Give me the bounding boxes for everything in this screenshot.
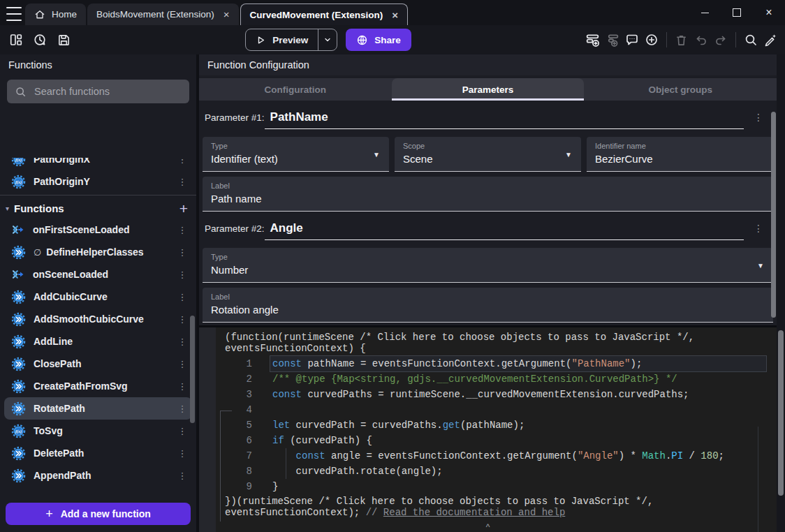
search-input[interactable]: [33, 85, 182, 98]
parameter-name-input[interactable]: Angle: [265, 221, 744, 240]
project-manager-icon[interactable]: [7, 31, 25, 49]
tab-home[interactable]: Home: [25, 3, 86, 25]
label-field[interactable]: LabelPath name: [203, 177, 773, 212]
identifier-name-field[interactable]: Identifier nameBezierCurve: [587, 137, 773, 172]
kebab-menu-icon[interactable]: ⋮: [177, 292, 188, 302]
collapse-editor-handle[interactable]: ^: [199, 524, 777, 531]
function-item-tosvg[interactable]: f(x)ToSvg⋮: [4, 420, 192, 442]
panel-title: Functions: [0, 54, 196, 75]
kebab-menu-icon[interactable]: ⋮: [177, 177, 188, 187]
share-button[interactable]: Share: [346, 29, 411, 51]
save-icon[interactable]: [54, 31, 73, 49]
tab-parameters[interactable]: Parameters: [392, 78, 585, 101]
add-function-button[interactable]: + Add a new function: [6, 503, 191, 525]
function-item-onsceneloaded[interactable]: onSceneLoaded⋮: [4, 263, 192, 286]
action-function-icon: [11, 379, 26, 394]
code-line-4[interactable]: 4: [216, 402, 777, 418]
tab-boidsmovement-extension[interactable]: BoidsMovement (Extension)×: [87, 3, 239, 25]
function-configuration-panel: Function Configuration ConfigurationPara…: [199, 54, 777, 532]
kebab-menu-icon[interactable]: ⋮: [177, 225, 188, 235]
code-line-7[interactable]: 7 const angle = eventsFunctionContext.ge…: [216, 448, 777, 464]
menu-icon[interactable]: [6, 6, 22, 22]
add-function-plus-icon[interactable]: +: [179, 201, 188, 216]
tab-object-groups[interactable]: Object groups: [584, 78, 777, 101]
function-item-addcubiccurve[interactable]: AddCubicCurve⋮: [4, 286, 192, 308]
divider: [735, 32, 736, 47]
tab-label: Home: [52, 9, 77, 20]
function-item-rotatepath[interactable]: RotatePath⋮: [4, 397, 192, 420]
functions-list: f(x)PathOriginX⋮f(x)PathOriginY⋮▾Functio…: [0, 158, 196, 487]
search-icon[interactable]: [742, 31, 760, 49]
function-item-addline[interactable]: AddLine⋮: [4, 330, 192, 353]
code-line-8[interactable]: 8 curvedPath.rotate(angle);: [216, 464, 777, 479]
function-item-closepath[interactable]: ClosePath⋮: [4, 353, 192, 375]
code-line-3[interactable]: 3const curvedPaths = runtimeScene.__curv…: [216, 387, 777, 402]
add-event-icon[interactable]: [584, 31, 602, 49]
kebab-menu-icon[interactable]: ⋮: [177, 314, 188, 325]
kebab-menu-icon[interactable]: ⋮: [177, 381, 188, 392]
documentation-link[interactable]: Read the documentation and help: [383, 507, 565, 518]
code-token: "PathName": [571, 358, 630, 369]
close-button[interactable]: ×: [753, 0, 785, 25]
parameter-name-input[interactable]: PathName: [265, 110, 744, 129]
preview-dropdown-button[interactable]: [318, 29, 337, 50]
maximize-button[interactable]: [721, 0, 753, 25]
minimize-button[interactable]: [689, 0, 721, 25]
function-item-appendpath[interactable]: AppendPath⋮: [4, 464, 192, 487]
function-item-onfirstsceneloaded[interactable]: onFirstSceneLoaded⋮: [4, 219, 192, 241]
field-label: Type: [211, 142, 381, 150]
code-editor-scrollbar[interactable]: [778, 330, 784, 496]
label-field[interactable]: LabelRotation angle: [203, 288, 773, 323]
scope-dropdown[interactable]: ScopeScene▼: [395, 137, 581, 172]
function-item-addsmoothcubiccurve[interactable]: AddSmoothCubicCurve⋮: [4, 308, 192, 330]
function-item-pathoriginx[interactable]: f(x)PathOriginX⋮: [4, 158, 192, 170]
code-editor-body[interactable]: (function(runtimeScene /* Click here to …: [216, 327, 777, 532]
close-tab-icon[interactable]: ×: [392, 10, 398, 20]
kebab-menu-icon[interactable]: ⋮: [177, 337, 188, 347]
kebab-menu-icon[interactable]: ⋮: [744, 223, 773, 234]
line-number: 7: [216, 448, 252, 464]
close-tab-icon[interactable]: ×: [223, 9, 230, 20]
action-function-icon: [11, 290, 26, 304]
panel-header: Function Configuration: [199, 54, 777, 75]
tab-configuration[interactable]: Configuration: [199, 78, 392, 101]
kebab-menu-icon[interactable]: ⋮: [177, 404, 188, 414]
type-dropdown[interactable]: TypeNumber▼: [203, 248, 773, 283]
tab-curvedmovement-extension[interactable]: CurvedMovement (Extension)×: [240, 3, 408, 25]
preview-button[interactable]: Preview: [246, 29, 318, 50]
type-dropdown[interactable]: TypeIdentifier (text)▼: [203, 137, 389, 172]
code-editor[interactable]: (function(runtimeScene /* Click here to …: [199, 325, 777, 532]
code-token: curvedPaths = runtimeScene.__curvedMovem…: [302, 389, 689, 400]
add-comment-icon[interactable]: [623, 31, 641, 49]
function-item-deletepath[interactable]: DeletePath⋮: [4, 442, 192, 464]
magic-pen-icon[interactable]: [761, 31, 779, 49]
function-item-definehelperclasses[interactable]: ∅DefineHelperClasses⋮: [4, 241, 192, 263]
kebab-menu-icon[interactable]: ⋮: [744, 112, 773, 123]
field-label: Identifier name: [595, 142, 765, 150]
function-item-createpathfromsvg[interactable]: CreatePathFromSvg⋮: [4, 375, 192, 397]
kebab-menu-icon[interactable]: ⋮: [177, 269, 188, 280]
code-line-5[interactable]: 5let curvedPath = curvedPaths.get(pathNa…: [216, 418, 777, 433]
code-line-6[interactable]: 6if (curvedPath) {: [216, 433, 777, 448]
function-item-duplicatedpath[interactable]: DuplicatedPath⋮: [4, 487, 192, 487]
history-icon[interactable]: [31, 31, 49, 49]
add-circle-icon[interactable]: [643, 31, 661, 49]
code-token: get: [443, 420, 460, 431]
code-line-9[interactable]: 9}: [216, 479, 777, 494]
code-line-1[interactable]: 1const pathName = eventsFunctionContext.…: [216, 356, 777, 371]
code-token: curvedPath.rotate(angle);: [272, 466, 443, 477]
kebab-menu-icon[interactable]: ⋮: [177, 448, 188, 459]
parameters-scrollbar[interactable]: [771, 112, 776, 318]
code-line-2[interactable]: 2/** @type {Map<string, gdjs.__curvedMov…: [216, 371, 777, 387]
kebab-menu-icon[interactable]: ⋮: [177, 359, 188, 369]
sidebar-scrollbar[interactable]: [190, 316, 195, 423]
search-box[interactable]: [7, 80, 189, 103]
kebab-menu-icon[interactable]: ⋮: [177, 471, 188, 481]
kebab-menu-icon[interactable]: ⋮: [177, 247, 188, 258]
code-token: );: [631, 358, 643, 369]
kebab-menu-icon[interactable]: ⋮: [177, 426, 188, 436]
kebab-menu-icon[interactable]: ⋮: [177, 158, 188, 165]
code-lines[interactable]: 1const pathName = eventsFunctionContext.…: [216, 356, 777, 494]
functions-section-header[interactable]: ▾Functions+: [0, 198, 196, 219]
function-item-pathoriginy[interactable]: f(x)PathOriginY⋮: [4, 170, 192, 193]
